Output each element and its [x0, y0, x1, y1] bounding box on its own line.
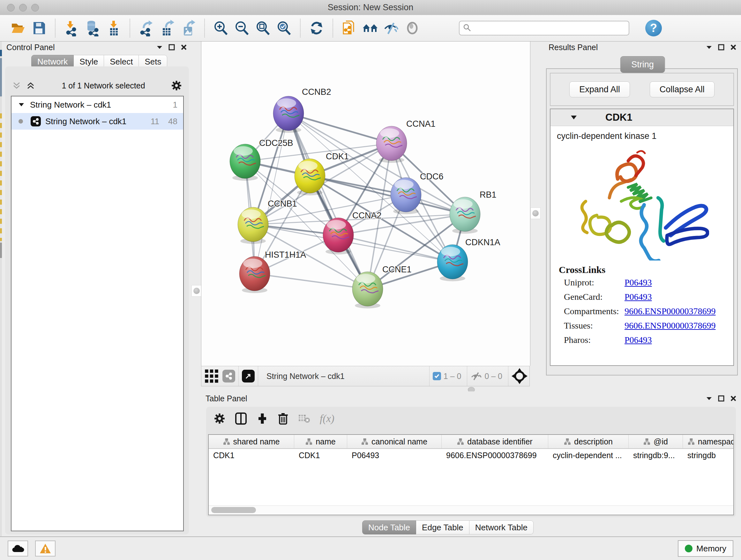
network-edge[interactable]	[255, 273, 367, 289]
horizontal-splitter[interactable]	[201, 386, 530, 391]
zoom-out-icon[interactable]	[233, 19, 251, 37]
expand-all-networks-icon[interactable]	[12, 81, 22, 90]
network-node-hist1h1a[interactable]: HIST1H1A	[239, 250, 306, 293]
results-panel-title: Results Panel	[549, 43, 598, 52]
network-collection-row[interactable]: String Network – cdk1 1	[11, 97, 183, 113]
network-graph[interactable]: CCNB2CCNA1CDC25BCDK1CDC6RB1CCNB1CCNA2CDK…	[201, 42, 530, 366]
column-header-database-identifier[interactable]: database identifier	[442, 435, 548, 448]
panel-float-icon[interactable]	[718, 44, 724, 51]
birds-eye-view-icon[interactable]	[512, 368, 528, 384]
crosslink-value-link[interactable]: P06493	[624, 290, 652, 304]
import-network-icon[interactable]	[63, 19, 80, 37]
network-node-cdc6[interactable]: CDC6	[391, 172, 444, 214]
tab-node-table[interactable]: Node Table	[362, 520, 416, 535]
panel-collapse-icon[interactable]	[706, 396, 712, 401]
table-horizontal-scrollbar[interactable]	[209, 505, 733, 515]
node-label: CDC25B	[259, 138, 293, 148]
add-column-icon[interactable]	[257, 413, 268, 424]
network-edge[interactable]	[255, 113, 288, 273]
column-header-@id[interactable]: @id	[629, 435, 683, 448]
open-session-icon[interactable]	[9, 19, 27, 37]
delete-column-trash-icon[interactable]	[278, 412, 288, 425]
panel-collapse-icon[interactable]	[706, 45, 712, 50]
collapse-all-button[interactable]: Collapse All	[650, 81, 715, 98]
crosslink-value-link[interactable]: P06493	[624, 333, 652, 347]
table-cell[interactable]: 9606.ENSP00000378699	[442, 449, 548, 462]
panel-close-icon[interactable]	[730, 395, 737, 401]
zoom-selected-icon[interactable]	[275, 19, 293, 37]
search-input[interactable]	[459, 21, 629, 36]
memory-button[interactable]: Memory	[678, 540, 733, 557]
hide-selected-eye-icon[interactable]	[382, 19, 400, 37]
scrollbar-thumb[interactable]	[211, 507, 256, 513]
memory-status-dot	[685, 545, 692, 552]
export-table-icon[interactable]	[158, 19, 176, 37]
left-splitter-handle[interactable]	[192, 285, 202, 297]
network-node-cdkn1a[interactable]: CDKN1A	[437, 238, 500, 281]
tab-string[interactable]: String	[620, 56, 665, 73]
table-cell[interactable]: CDK1	[209, 449, 294, 462]
network-edge[interactable]	[338, 235, 453, 262]
panel-close-icon[interactable]	[181, 44, 187, 51]
delete-table-icon	[298, 414, 310, 424]
network-node-ccne1[interactable]: CCNE1	[352, 265, 412, 308]
table-cell[interactable]: P06493	[347, 449, 442, 462]
table-cell[interactable]: stringdb	[683, 449, 734, 462]
panel-float-icon[interactable]	[718, 395, 724, 401]
import-network-database-icon[interactable]	[84, 19, 102, 37]
share-view-icon[interactable]	[222, 370, 235, 382]
detach-view-icon[interactable]	[242, 370, 255, 382]
right-splitter-handle[interactable]	[530, 207, 541, 219]
collection-expand-triangle-icon[interactable]	[18, 103, 24, 107]
network-edge[interactable]	[288, 113, 392, 143]
zoom-in-icon[interactable]	[212, 19, 230, 37]
column-header-description[interactable]: description	[548, 435, 629, 448]
network-node-rb1[interactable]: RB1	[450, 190, 496, 234]
column-header-name[interactable]: name	[294, 435, 347, 448]
share-document-icon[interactable]	[340, 19, 358, 37]
table-row[interactable]: CDK1CDK1P064939606.ENSP00000378699cyclin…	[209, 449, 733, 462]
warning-status-button[interactable]	[35, 541, 56, 557]
help-button[interactable]: ?	[645, 20, 662, 37]
column-header-shared-name[interactable]: shared name	[209, 435, 294, 448]
export-network-icon[interactable]	[137, 19, 155, 37]
network-canvas[interactable]: CCNB2CCNA1CDC25BCDK1CDC6RB1CCNB1CCNA2CDK…	[201, 42, 530, 366]
right-splitter[interactable]	[530, 42, 544, 391]
collapse-all-networks-icon[interactable]	[26, 81, 36, 90]
show-columns-icon[interactable]	[235, 412, 247, 425]
zoom-fit-icon[interactable]	[254, 19, 272, 37]
crosslink-value-link[interactable]: 9606.ENSP00000378699	[624, 304, 716, 318]
panel-close-icon[interactable]	[730, 44, 737, 51]
cloud-status-button[interactable]	[8, 541, 28, 557]
import-table-icon[interactable]	[105, 19, 123, 37]
grid-view-icon[interactable]	[205, 369, 219, 383]
column-header-namespac[interactable]: namespac	[683, 435, 734, 448]
table-cell[interactable]: cyclin-dependent ...	[548, 449, 629, 462]
panel-collapse-icon[interactable]	[156, 45, 163, 50]
save-session-icon[interactable]	[30, 19, 48, 37]
refresh-icon[interactable]	[308, 19, 326, 37]
selected-count-checkbox[interactable]	[433, 372, 441, 380]
crosslink-value-link[interactable]: 9606.ENSP00000378699	[624, 318, 716, 333]
crosslink-label: Tissues:	[559, 318, 624, 333]
network-options-gear-icon[interactable]	[171, 80, 182, 91]
node-result-header[interactable]: CDK1	[550, 109, 733, 126]
table-options-gear-icon[interactable]	[214, 413, 225, 424]
expand-all-button[interactable]: Expand All	[569, 81, 630, 98]
panel-float-icon[interactable]	[169, 44, 175, 51]
crosslink-value-link[interactable]: P06493	[624, 275, 652, 290]
tab-edge-table[interactable]: Edge Table	[416, 520, 469, 535]
column-header-canonical-name[interactable]: canonical name	[347, 435, 442, 448]
tab-network-table[interactable]: Network Table	[469, 520, 534, 535]
network-node-ccnb1[interactable]: CCNB1	[238, 199, 297, 244]
table-panel: Table Panel f(x) shared namenamecanonica…	[201, 391, 741, 537]
entry-expand-triangle-icon[interactable]	[570, 115, 577, 120]
network-edge[interactable]	[288, 113, 367, 289]
table-cell[interactable]: CDK1	[294, 449, 347, 462]
network-row[interactable]: String Network – cdk1 11 48	[11, 113, 183, 130]
table-cell[interactable]: stringdb:9...	[629, 449, 683, 462]
show-all-eye-icon	[403, 19, 421, 37]
export-image-icon[interactable]	[179, 19, 197, 37]
left-splitter[interactable]	[192, 42, 201, 537]
homes-icon[interactable]	[361, 19, 379, 37]
